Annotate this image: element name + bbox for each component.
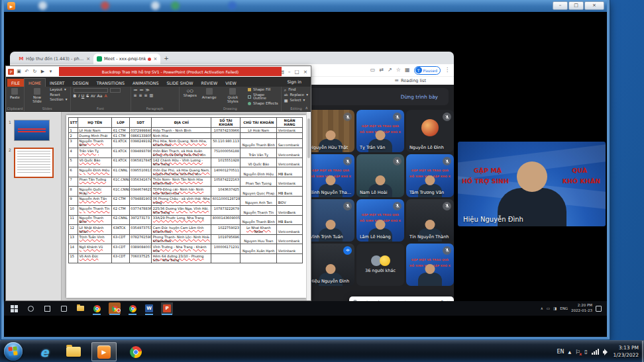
tab-close-icon[interactable]: × [153, 56, 157, 62]
paste-button[interactable]: Paste [9, 88, 21, 99]
slide-2-thumbnail-selected[interactable] [14, 148, 54, 178]
underline-button[interactable]: U [81, 94, 84, 98]
char-spacing-button[interactable]: AV [91, 95, 95, 98]
translate-icon[interactable]: ⇄ [379, 68, 384, 73]
participant-tile[interactable]: GẶP MẶT VÀ TRAO QUÀHỖ SINH VIÊN GẶP KHÓ … [356, 199, 404, 242]
network-signal-icon[interactable] [592, 349, 599, 355]
bookmark-star-icon[interactable]: ☆ [396, 68, 401, 73]
store-icon[interactable] [59, 304, 68, 313]
browser-tab[interactable]: MHộp thư đến (1.443) - phucnv@× [15, 54, 93, 64]
network-icon[interactable]: ◨ [553, 306, 557, 310]
shapes-button[interactable]: ◇○ Shapes [182, 88, 198, 97]
participant-tile[interactable]: GẶP MẶT VÀ TRAO QUÀHỖ SINH VIÊN GẶP KHÓ … [406, 244, 454, 286]
ribbon-tab-transitions[interactable]: TRANSITIONS [93, 79, 129, 87]
new-tab-button[interactable]: + [164, 55, 169, 62]
participant-tile[interactable]: Nguyễn Lê Đình [406, 110, 454, 152]
ribbon-tab-design[interactable]: DESIGN [68, 79, 92, 87]
close-button[interactable]: × [584, 1, 604, 10]
font-size-box[interactable] [110, 88, 121, 93]
volume-icon[interactable] [603, 349, 610, 355]
slide-thumbnail[interactable]: 2 [6, 145, 61, 182]
slide-canvas[interactable]: STTHỌ TÊNLỚPSDTĐỊA CHỈSỐ TÀI KHOẢNCHỦ TÀ… [66, 115, 306, 298]
align-right-button[interactable]: ≡ [144, 93, 148, 97]
participant-tile[interactable]: GẶP MẶT VÀ TRAO QUÀHỖ SINH VIÊN GẶP KHÓ … [307, 154, 354, 197]
new-slide-button[interactable]: New Slide [27, 88, 47, 103]
reset-button[interactable]: Reset [50, 93, 60, 97]
save-icon[interactable]: ▣ [16, 69, 22, 75]
search-icon[interactable] [26, 304, 35, 313]
minimize-button[interactable]: – [553, 1, 568, 10]
ribbon-tab-animations[interactable]: ANIMATIONS [129, 79, 163, 87]
browser-tab[interactable]: Meet - xxx-pnqi-tnk× [93, 54, 160, 64]
bold-button[interactable]: B [74, 94, 77, 98]
redo-icon[interactable]: ↻ [32, 69, 38, 75]
find-button[interactable]: Find [288, 88, 295, 92]
language-indicator[interactable]: ENG [560, 306, 568, 310]
indent-button[interactable]: ≫ [146, 88, 150, 92]
profile-badge[interactable]: T Paused [414, 66, 441, 75]
font-name-box[interactable] [74, 88, 108, 93]
maximize-button[interactable]: □ [568, 1, 584, 10]
participant-tile[interactable]: Vĩnh Trịnh Tuấn [307, 199, 354, 242]
bank-account-table[interactable]: STTHỌ TÊNLỚPSDTĐỊA CHỈSỐ TÀI KHOẢNCHỦ TÀ… [68, 117, 303, 263]
ribbon-tab-home[interactable]: HOME [24, 78, 46, 87]
chrome-taskbar-icon[interactable] [126, 343, 146, 361]
share-icon[interactable]: ↗ [388, 68, 392, 73]
change-case-button[interactable]: Aa [97, 94, 103, 98]
participant-tile[interactable]: 36 người khác [356, 244, 404, 286]
action-center-flag-icon[interactable]: ⚐x [575, 349, 580, 355]
numbering-button[interactable]: ≕ [140, 88, 144, 92]
quick-styles-button[interactable]: Quick Styles [221, 88, 245, 103]
font-color-button[interactable]: A [104, 94, 107, 98]
strikethrough-button[interactable]: S [86, 94, 89, 98]
shape-effects-button[interactable]: Shape Effects [253, 102, 278, 106]
close-icon[interactable]: × [303, 69, 307, 75]
extensions-icon[interactable]: ▦ [405, 68, 410, 73]
powerpoint-icon[interactable]: P [161, 304, 173, 313]
replace-button[interactable]: Replace [290, 93, 304, 97]
cast-icon[interactable]: ▭ [370, 68, 376, 73]
chrome-icon[interactable] [128, 304, 137, 313]
select-button[interactable]: Select [290, 99, 301, 103]
minimize-icon[interactable]: – [288, 69, 291, 75]
powerpoint-title-bar[interactable]: P ▣ ↶ ↻ ▶ ▾ Backdrop Trao HB hỗ trợ SV1 … [6, 66, 311, 77]
shape-outline-button[interactable]: Shape Outline [253, 93, 278, 101]
tray-icon[interactable]: ▭ [547, 306, 550, 310]
undo-icon[interactable]: ↶ [24, 69, 30, 75]
media-player-taskbar-button[interactable]: ▶ [91, 342, 117, 361]
bullets-button[interactable]: ≔ [134, 88, 138, 92]
hidden-icons-chevron[interactable]: ∧ [541, 306, 543, 310]
spotlight-video-tile[interactable]: GẶP MẶ QUÀ HỒ TRỢ SINH KHÓ KHĂN Hiệu Ngu… [458, 142, 606, 226]
ribbon-tab-view[interactable]: VIEW [221, 79, 240, 87]
participant-tile[interactable]: GẶP MẶT VÀ TRAO QUÀHỖ SINH VIÊN GẶP KHÓ … [406, 154, 454, 197]
align-center-button[interactable]: ≡ [139, 93, 142, 97]
clipboard-tray-icon[interactable]: ▯ [584, 349, 587, 355]
participant-tile[interactable]: Nguyễn Hữu Thật [307, 110, 354, 152]
reading-list-label[interactable]: Reading list [401, 78, 426, 83]
columns-button[interactable]: ▥ [150, 93, 154, 97]
sign-in-link[interactable]: Sign in [288, 79, 311, 84]
shape-fill-button[interactable]: Shape Fill [253, 88, 270, 92]
participant-tile[interactable]: Hiệu Nguyễn Đình [307, 244, 354, 286]
meet-notification[interactable]: meet.google.com • now ∧ ⚙ × Bạn đang trì… [349, 296, 454, 301]
slide-thumbnail[interactable]: 1 [6, 117, 61, 145]
ribbon-tab-file[interactable]: FILE [7, 79, 24, 87]
participant-tile[interactable]: Nam Lê Hoài [356, 154, 404, 197]
ribbon-tab-insert[interactable]: INSERT [46, 79, 68, 87]
arrange-button[interactable]: Arrange [201, 88, 218, 99]
language-indicator[interactable]: EN [557, 349, 564, 355]
recording-app-icon[interactable] [109, 304, 121, 313]
tab-close-icon[interactable]: × [86, 56, 90, 62]
italic-button[interactable]: I [78, 94, 80, 98]
internet-explorer-icon[interactable]: e [34, 343, 54, 361]
layout-button[interactable]: Layout [50, 88, 62, 92]
task-view-icon[interactable] [42, 304, 52, 313]
section-button[interactable]: Section [50, 98, 63, 102]
slide-1-thumbnail[interactable] [14, 120, 50, 141]
maximize-icon[interactable]: □ [295, 69, 299, 75]
menu-kebab-icon[interactable]: ⋮ [445, 68, 450, 73]
vertical-scrollbar[interactable] [306, 112, 311, 300]
chrome-icon[interactable] [92, 304, 101, 313]
stop-presenting-button[interactable]: Dừng trình bày [401, 94, 438, 100]
clock[interactable]: 3:13 PM 1/23/2022 [614, 345, 641, 358]
